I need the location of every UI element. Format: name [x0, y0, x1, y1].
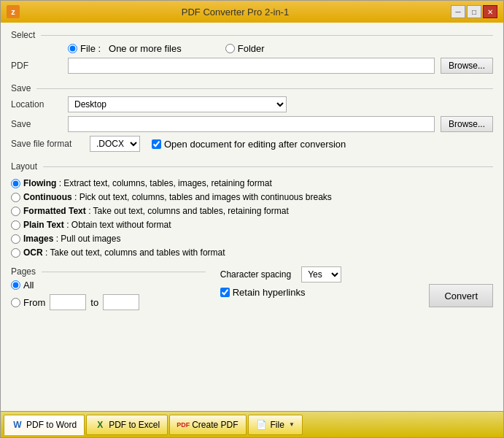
excel-icon: X	[94, 420, 106, 430]
pages-all-radio[interactable]	[11, 280, 20, 290]
layout-divider	[43, 166, 493, 167]
save-format-label: Save file format	[11, 139, 84, 149]
pdf-input[interactable]	[68, 58, 435, 74]
tab-pdf-to-word[interactable]: W PDF to Word	[4, 415, 85, 435]
pages-from-option[interactable]: From	[11, 297, 45, 308]
select-section-label: Select	[11, 30, 35, 40]
select-section: Select File : One or more files	[11, 30, 493, 77]
folder-radio[interactable]	[225, 44, 235, 53]
save-row: Save Browse...	[11, 116, 493, 132]
pages-all-label: All	[23, 280, 34, 291]
layout-option-flowing[interactable]: Flowing : Extract text, columns, tables,…	[11, 178, 493, 188]
location-row: Location Desktop Documents Downloads	[11, 96, 493, 112]
format-dropdown[interactable]: .DOCX .DOC .RTF .TXT	[90, 136, 140, 152]
layout-radio-ocr[interactable]	[11, 248, 20, 258]
tab-pdf-to-excel-label: PDF to Excel	[109, 420, 160, 430]
content-area: Select File : One or more files	[1, 23, 503, 411]
layout-section: Layout Flowing : Extract text, columns, …	[11, 161, 493, 258]
word-icon: W	[12, 420, 23, 430]
save-section-label: Save	[11, 83, 31, 93]
convert-button[interactable]: Convert	[429, 284, 493, 307]
layout-option-continuous[interactable]: Continuous : Pick out text, columns, tab…	[11, 192, 493, 202]
save-input[interactable]	[68, 116, 435, 132]
location-dropdown[interactable]: Desktop Documents Downloads	[68, 96, 287, 112]
tab-file[interactable]: 📄 File ▼	[248, 415, 303, 435]
open-doc-checkbox-label[interactable]: Open document for editing after conversi…	[152, 139, 346, 150]
maximize-button[interactable]: □	[467, 5, 481, 18]
layout-radio-formatted[interactable]	[11, 207, 20, 216]
pages-column: Pages All From to	[11, 266, 206, 310]
window-title: PDF Converter Pro 2-in-1	[20, 7, 451, 18]
layout-radio-continuous[interactable]	[11, 193, 20, 202]
pdf-label: PDF	[11, 61, 62, 71]
browse1-button[interactable]: Browse...	[441, 58, 493, 74]
layout-radio-flowing[interactable]	[11, 179, 20, 188]
main-window: z PDF Converter Pro 2-in-1 ─ □ ✕ Select	[0, 0, 504, 438]
save-label: Save	[11, 119, 62, 129]
pages-all-option[interactable]: All	[11, 280, 206, 291]
to-label: to	[90, 297, 98, 308]
pages-from-radio[interactable]	[11, 298, 20, 307]
window-controls: ─ □ ✕	[451, 5, 497, 18]
file-icon: 📄	[256, 420, 268, 430]
convert-col: Convert	[429, 266, 493, 310]
file-tab-arrow: ▼	[289, 421, 295, 428]
layout-radio-plain[interactable]	[11, 220, 20, 230]
tab-pdf-to-excel[interactable]: X PDF to Excel	[86, 415, 168, 435]
to-input[interactable]	[103, 294, 139, 310]
retain-hyperlinks-checkbox[interactable]	[220, 288, 230, 297]
tab-file-label: File	[271, 420, 284, 430]
title-bar: z PDF Converter Pro 2-in-1 ─ □ ✕	[1, 1, 503, 23]
folder-radio-label: Folder	[238, 43, 265, 54]
retain-hyperlinks-text: Retain hyperlinks	[233, 287, 306, 298]
char-column: Character spacing Yes No Retain hyperlin…	[220, 266, 415, 310]
char-spacing-dropdown[interactable]: Yes No	[301, 266, 341, 283]
layout-option-plain[interactable]: Plain Text : Obtain text without format	[11, 220, 493, 230]
from-label: From	[23, 297, 45, 308]
save-section: Save Location Desktop Documents Download…	[11, 83, 493, 155]
tab-create-pdf-label: Create PDF	[192, 420, 238, 430]
layout-section-label: Layout	[11, 161, 37, 172]
char-spacing-label: Character spacing	[220, 269, 291, 280]
pages-from-to-row: From to	[11, 294, 206, 310]
app-icon: z	[7, 5, 20, 18]
minimize-button[interactable]: ─	[451, 5, 465, 18]
format-row: Save file format .DOCX .DOC .RTF .TXT Op…	[11, 136, 493, 152]
file-folder-row: File : One or more files Folder	[11, 43, 493, 54]
save-divider	[36, 88, 493, 89]
select-divider	[41, 35, 493, 36]
close-button[interactable]: ✕	[483, 5, 497, 18]
file-folder-radiogroup: File : One or more files Folder	[68, 43, 265, 54]
pdf-icon: PDF	[177, 420, 189, 430]
taskbar: W PDF to Word X PDF to Excel PDF Create …	[1, 411, 503, 437]
file-radio-label: File : One or more files	[80, 43, 182, 54]
browse2-button[interactable]: Browse...	[441, 116, 493, 132]
file-radio-option[interactable]: File : One or more files	[68, 43, 182, 54]
layout-radio-images[interactable]	[11, 234, 20, 244]
file-radio[interactable]	[68, 44, 77, 53]
pages-label: Pages	[11, 266, 36, 277]
tab-pdf-to-word-label: PDF to Word	[26, 420, 77, 430]
layout-option-formatted[interactable]: Formatted Text : Take out text, columns …	[11, 206, 493, 216]
pdf-row: PDF Browse...	[11, 58, 493, 74]
tab-create-pdf[interactable]: PDF Create PDF	[169, 415, 246, 435]
open-doc-checkbox[interactable]	[152, 139, 161, 149]
char-spacing-row: Character spacing Yes No	[220, 266, 415, 283]
from-input[interactable]	[50, 294, 86, 310]
open-doc-label: Open document for editing after conversi…	[164, 139, 346, 150]
bottom-section: Pages All From to	[11, 266, 493, 310]
layout-option-ocr[interactable]: OCR : Take out text, columns and tables …	[11, 247, 493, 258]
folder-radio-option[interactable]: Folder	[225, 43, 265, 54]
layout-option-images[interactable]: Images : Pull out images	[11, 234, 493, 244]
location-label: Location	[11, 99, 62, 110]
retain-hyperlinks-label[interactable]: Retain hyperlinks	[220, 287, 415, 298]
pages-divider	[42, 272, 206, 272]
